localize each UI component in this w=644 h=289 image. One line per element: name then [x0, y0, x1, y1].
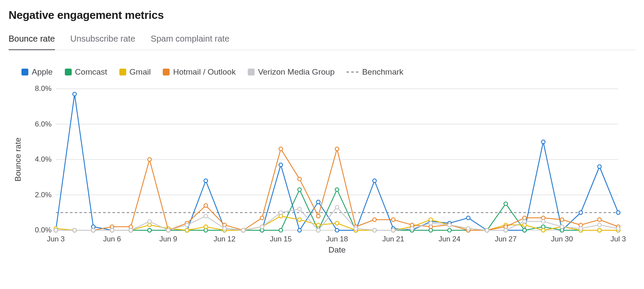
- legend-label: Verizon Media Group: [258, 67, 335, 77]
- svg-point-160: [617, 227, 620, 230]
- svg-text:Jun 18: Jun 18: [326, 235, 348, 243]
- svg-point-63: [541, 225, 545, 229]
- svg-point-81: [298, 218, 301, 221]
- svg-point-8: [91, 225, 95, 229]
- legend-item-comcast[interactable]: Comcast: [65, 67, 107, 77]
- chart-legend: Apple Comcast Gmail Hotmail / Outlook Ve…: [21, 67, 635, 77]
- legend-swatch: [65, 69, 72, 75]
- svg-point-14: [204, 179, 207, 182]
- svg-text:Jun 30: Jun 30: [551, 235, 573, 243]
- svg-point-52: [335, 188, 339, 191]
- svg-point-128: [598, 218, 601, 221]
- svg-point-32: [541, 140, 545, 144]
- svg-point-18: [279, 163, 283, 166]
- svg-point-23: [373, 179, 376, 182]
- svg-text:8.0%: 8.0%: [35, 84, 52, 93]
- svg-point-144: [316, 229, 320, 232]
- svg-point-36: [617, 211, 620, 214]
- svg-point-155: [522, 220, 526, 223]
- legend-item-hotmail[interactable]: Hotmail / Outlook: [163, 67, 236, 77]
- page-title: Negative engagement metrics: [9, 9, 635, 22]
- svg-point-118: [410, 223, 413, 226]
- legend-item-benchmark[interactable]: Benchmark: [346, 67, 403, 77]
- legend-item-verizon[interactable]: Verizon Media Group: [248, 67, 335, 77]
- legend-swatch-dashed: [346, 72, 358, 72]
- svg-text:Jun 12: Jun 12: [213, 235, 235, 243]
- svg-text:Jun 6: Jun 6: [103, 235, 121, 243]
- svg-point-139: [223, 227, 226, 230]
- legend-label: Benchmark: [362, 67, 403, 77]
- svg-point-157: [560, 225, 564, 229]
- svg-text:Jun 24: Jun 24: [438, 235, 460, 243]
- svg-point-108: [223, 223, 226, 226]
- svg-point-48: [260, 229, 264, 232]
- legend-label: Gmail: [130, 67, 151, 77]
- svg-point-151: [448, 223, 451, 226]
- svg-point-19: [298, 229, 301, 232]
- svg-point-153: [485, 229, 489, 232]
- tab-spam-complaint[interactable]: Spam complaint rate: [151, 32, 229, 50]
- x-axis-label: Date: [328, 245, 346, 254]
- svg-point-126: [560, 218, 564, 221]
- svg-point-119: [429, 225, 432, 229]
- svg-point-117: [392, 218, 395, 221]
- svg-point-75: [185, 229, 188, 232]
- svg-point-150: [429, 221, 432, 225]
- svg-point-125: [541, 216, 545, 220]
- svg-point-104: [148, 158, 151, 161]
- svg-text:Jun 3: Jun 3: [47, 235, 65, 243]
- svg-point-142: [279, 211, 283, 214]
- svg-point-110: [260, 216, 264, 220]
- svg-point-107: [204, 204, 207, 207]
- svg-point-158: [579, 227, 582, 230]
- svg-text:Jun 21: Jun 21: [382, 235, 404, 243]
- svg-point-134: [129, 229, 132, 232]
- svg-point-116: [373, 218, 376, 221]
- svg-point-20: [316, 200, 320, 204]
- svg-point-137: [185, 223, 188, 226]
- svg-point-82: [316, 223, 320, 226]
- svg-point-34: [579, 211, 582, 214]
- svg-point-102: [110, 225, 114, 229]
- y-axis-label: Bounce rate: [13, 138, 22, 181]
- svg-point-45: [204, 229, 207, 232]
- svg-text:2.0%: 2.0%: [35, 191, 52, 199]
- svg-text:Jul 3: Jul 3: [611, 235, 626, 243]
- chart-plot-area: 0.0%2.0%4.0%6.0%8.0% Jun 3Jun 6Jun 9Jun …: [9, 84, 627, 256]
- chart-container: { "title": "Negative engagement metrics"…: [0, 0, 644, 289]
- svg-point-123: [504, 225, 507, 229]
- svg-point-111: [279, 147, 283, 151]
- svg-point-141: [260, 225, 264, 229]
- tab-bounce-rate[interactable]: Bounce rate: [9, 32, 55, 50]
- svg-text:4.0%: 4.0%: [35, 155, 52, 163]
- svg-text:6.0%: 6.0%: [35, 120, 52, 128]
- svg-point-50: [298, 188, 301, 191]
- svg-point-57: [429, 229, 432, 232]
- svg-point-152: [466, 227, 470, 230]
- svg-point-73: [148, 223, 151, 226]
- svg-point-80: [279, 214, 283, 218]
- svg-point-7: [73, 92, 76, 96]
- legend-swatch: [119, 69, 126, 75]
- svg-point-138: [204, 214, 207, 218]
- tab-unsubscribe[interactable]: Unsubscribe rate: [70, 32, 135, 50]
- svg-point-147: [373, 229, 376, 232]
- svg-point-135: [148, 220, 151, 223]
- legend-label: Hotmail / Outlook: [173, 67, 236, 77]
- chart-svg: 0.0%2.0%4.0%6.0%8.0% Jun 3Jun 6Jun 9Jun …: [9, 84, 627, 256]
- legend-swatch: [21, 69, 28, 75]
- svg-point-159: [598, 223, 601, 226]
- svg-point-132: [91, 229, 95, 232]
- svg-point-103: [129, 225, 132, 229]
- y-axis: 0.0%2.0%4.0%6.0%8.0%: [35, 84, 52, 234]
- legend-item-gmail[interactable]: Gmail: [119, 67, 151, 77]
- svg-point-42: [148, 229, 151, 232]
- svg-point-93: [522, 223, 526, 226]
- legend-item-apple[interactable]: Apple: [21, 67, 53, 77]
- legend-swatch: [163, 69, 170, 75]
- svg-point-35: [598, 165, 601, 168]
- svg-text:Jun 15: Jun 15: [270, 235, 292, 243]
- legend-swatch: [248, 69, 255, 75]
- metric-tabs: Bounce rate Unsubscribe rate Spam compla…: [9, 32, 635, 50]
- svg-point-156: [541, 220, 545, 223]
